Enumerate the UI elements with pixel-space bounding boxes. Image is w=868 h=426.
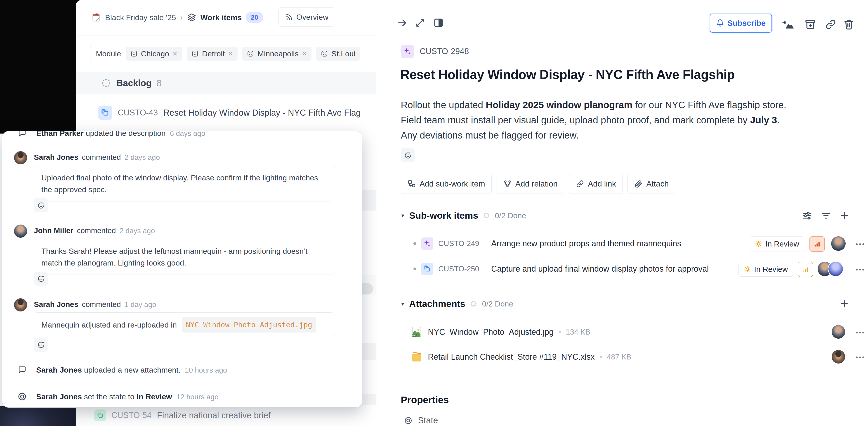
- breadcrumb-project[interactable]: Black Friday sale ’25: [105, 13, 176, 22]
- link-icon: [576, 179, 584, 188]
- close-icon[interactable]: ✕: [302, 50, 307, 57]
- filter-chip-chicago[interactable]: Chicago ✕: [126, 47, 182, 61]
- progress-donut-icon: [483, 212, 490, 219]
- desktop-backdrop-top-left: [0, 0, 80, 134]
- attachments-section-header[interactable]: ▾ Attachments 0/2 Done: [401, 297, 513, 311]
- work-item-title[interactable]: Reset Holiday Window Display - NYC Fifth…: [400, 67, 857, 82]
- activity-time: 12 hours ago: [176, 393, 219, 401]
- comment-text: Thanks Sarah! Please adjust the leftmost…: [41, 247, 307, 267]
- backlog-state-icon: [101, 78, 112, 88]
- filter-chip-stlouis[interactable]: St.Loui: [316, 47, 360, 61]
- bullet-dot: [413, 242, 416, 245]
- uploader-avatar[interactable]: [832, 350, 845, 364]
- breadcrumb-section[interactable]: Work items: [200, 13, 242, 22]
- in-review-state-icon: [744, 265, 751, 273]
- chevron-down-icon[interactable]: ▾: [401, 212, 404, 219]
- filter-chip-detroit[interactable]: Detroit ✕: [187, 47, 238, 61]
- header-divider: [76, 35, 376, 36]
- section-divider: [396, 229, 853, 229]
- description-text: .: [777, 115, 780, 125]
- more-options-icon[interactable]: •••: [856, 329, 866, 336]
- filter-module-label[interactable]: Module: [96, 49, 121, 58]
- more-options-icon[interactable]: •••: [856, 266, 866, 274]
- priority-urgent-icon[interactable]: [809, 236, 825, 252]
- priority-medium-icon[interactable]: [798, 262, 813, 277]
- add-reaction-button[interactable]: [34, 198, 48, 212]
- expand-icon[interactable]: [414, 17, 426, 29]
- close-icon[interactable]: ✕: [172, 50, 178, 57]
- display-settings-icon[interactable]: [802, 210, 812, 221]
- project-icon: [91, 12, 101, 22]
- assignee-avatar[interactable]: [829, 262, 843, 276]
- copy-link-icon[interactable]: [825, 19, 837, 30]
- bell-icon: [716, 19, 724, 27]
- comment-body: Mannequin adjusted and re-uploaded in NY…: [34, 312, 335, 337]
- subscribe-button[interactable]: Subscribe: [710, 13, 772, 33]
- assignee-avatar[interactable]: [831, 236, 846, 251]
- group-header-backlog[interactable]: Backlog 8: [76, 72, 376, 94]
- spreadsheet-file-icon: [410, 351, 423, 363]
- archive-icon[interactable]: [804, 19, 816, 30]
- state-label: In Review: [754, 265, 788, 274]
- attach-button[interactable]: Attach: [627, 174, 675, 194]
- overview-button[interactable]: Overview: [278, 7, 335, 27]
- state-chip-in-review[interactable]: In Review: [750, 236, 804, 251]
- comment-body: Uploaded final photo of the window displ…: [34, 166, 335, 201]
- add-reaction-button[interactable]: [34, 338, 48, 352]
- work-item-type-icon: [401, 45, 414, 58]
- add-sub-work-plus-icon[interactable]: [839, 210, 850, 221]
- section-progress: 0/2 Done: [482, 300, 513, 308]
- activity-item-state-change: Sarah Jones set the state to In Review 1…: [16, 389, 219, 404]
- work-item-id: CUSTO-54: [112, 410, 151, 420]
- filter-icon[interactable]: [821, 210, 831, 221]
- work-item-type-icon: [421, 237, 433, 250]
- button-label: Add relation: [515, 179, 558, 188]
- work-item-row-bottom[interactable]: CUSTO-54 Finalize national creative brie…: [76, 405, 376, 426]
- description-text: Rollout the updated: [401, 100, 486, 110]
- work-item-row[interactable]: CUSTO-43 Reset Holiday Window Display - …: [76, 95, 376, 131]
- attachment-row[interactable]: Retail Launch Checklist_Store #119_NYC.x…: [410, 347, 631, 367]
- avatar[interactable]: [14, 151, 27, 164]
- attachment-row[interactable]: PNG NYC_Window_Photo_Adjusted.jpg 134 KB: [410, 322, 590, 342]
- dot-separator: [600, 356, 602, 358]
- add-link-button[interactable]: Add link: [569, 174, 623, 194]
- smiley-plus-icon: [404, 151, 412, 159]
- work-item-id: CUSTO-2948: [420, 47, 469, 56]
- section-progress: 0/2 Done: [495, 211, 526, 220]
- more-options-icon[interactable]: •••: [856, 353, 866, 361]
- image-file-icon: PNG: [410, 326, 423, 338]
- comment-author: Sarah Jones: [34, 153, 78, 162]
- subwork-section-header[interactable]: ▾ Sub-work items 0/2 Done: [401, 209, 526, 222]
- activity-user: Ethan Parker: [36, 131, 84, 137]
- section-title: Sub-work items: [409, 210, 478, 221]
- properties-heading: Properties: [401, 394, 449, 405]
- avatar[interactable]: [14, 225, 27, 238]
- attachment-filename-chip[interactable]: NYC_Window_Photo_Adjusted.jpg: [182, 317, 316, 333]
- close-icon[interactable]: ✕: [228, 50, 233, 57]
- work-item-type-icon: [98, 106, 112, 120]
- comment-time: 2 days ago: [120, 227, 155, 235]
- activity-action: set the state to: [84, 392, 134, 401]
- side-peek-layout-icon[interactable]: [433, 17, 444, 29]
- add-reaction-button[interactable]: [401, 148, 415, 162]
- close-panel-arrow-icon[interactable]: [397, 17, 408, 29]
- overview-icon: [285, 13, 293, 21]
- move-to-project-icon[interactable]: [782, 19, 795, 31]
- add-relation-button[interactable]: Add relation: [497, 174, 564, 194]
- avatar[interactable]: [14, 299, 27, 311]
- state-chip-in-review[interactable]: In Review: [739, 262, 793, 277]
- uploader-avatar[interactable]: [832, 325, 845, 339]
- group-count: 8: [157, 78, 162, 88]
- state-target-icon: [16, 391, 28, 402]
- chevron-down-icon[interactable]: ▾: [401, 301, 404, 307]
- filter-chip-minneapolis[interactable]: Minneapolis ✕: [242, 47, 311, 61]
- comment-author: Sarah Jones: [34, 300, 78, 309]
- add-sub-work-item-button[interactable]: Add sub-work item: [401, 174, 492, 194]
- work-item-title: Reset Holiday Window Display - NYC Fifth…: [163, 108, 361, 118]
- more-options-icon[interactable]: •••: [856, 240, 866, 248]
- add-attachment-plus-icon[interactable]: [839, 299, 850, 309]
- delete-icon[interactable]: [843, 19, 855, 30]
- add-reaction-button[interactable]: [34, 272, 48, 286]
- work-item-description[interactable]: Rollout the updated Holiday 2025 window …: [401, 97, 853, 143]
- overview-label: Overview: [296, 13, 329, 22]
